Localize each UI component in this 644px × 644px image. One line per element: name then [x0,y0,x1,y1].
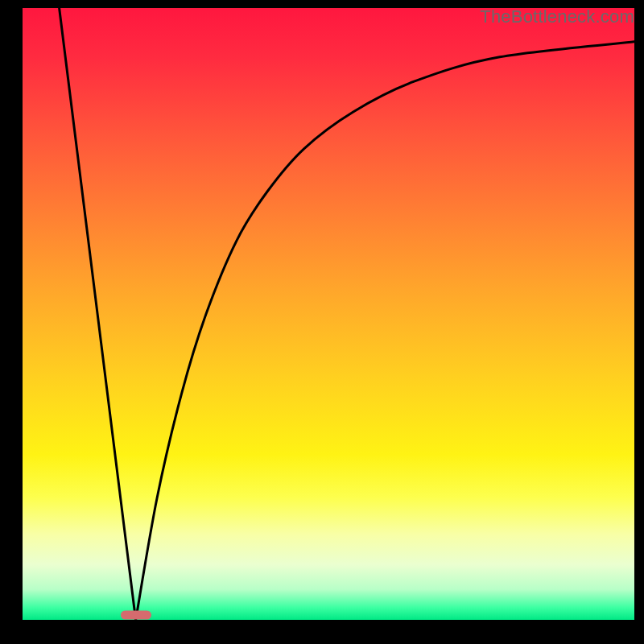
watermark-text: TheBottleneck.com [480,6,634,27]
bottleneck-curve [23,8,634,620]
plot-area [23,8,634,620]
chart-frame: TheBottleneck.com [0,0,644,644]
optimum-marker [121,610,151,619]
